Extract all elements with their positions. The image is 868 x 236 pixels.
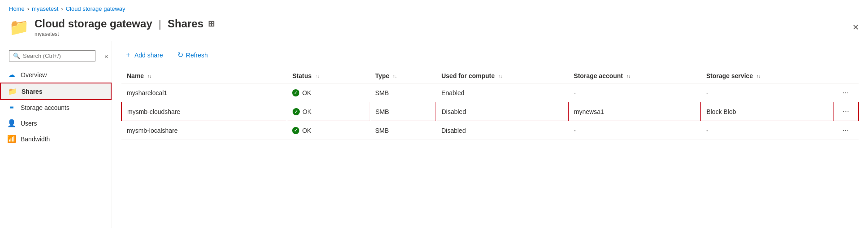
resource-name: Cloud storage gateway [35, 17, 152, 30]
sort-icon-account: ↑↓ [626, 74, 630, 79]
sidebar-label-storage-accounts: Storage accounts [21, 104, 69, 111]
cell-service: Block Blob [701, 102, 833, 121]
cell-compute: Disabled [436, 102, 568, 121]
section-name: Shares [168, 17, 203, 30]
refresh-icon: ↻ [177, 51, 183, 59]
sort-icon-type: ↑↓ [393, 74, 397, 79]
main-content: ＋ Add share ↻ Refresh Name ↑↓ Status ↑↓ [112, 41, 868, 228]
cell-account: mynewsa1 [568, 102, 701, 121]
col-header-service[interactable]: Storage service ↑↓ [701, 69, 833, 83]
sort-icon-status: ↑↓ [315, 74, 319, 79]
more-options-button[interactable]: ··· [838, 86, 852, 99]
table-header-row: Name ↑↓ Status ↑↓ Type ↑↓ Used for compu… [121, 69, 859, 83]
sidebar-label-overview: Overview [21, 71, 47, 79]
cell-actions[interactable]: ··· [833, 121, 859, 140]
sort-icon-compute: ↑↓ [498, 74, 502, 79]
toolbar: ＋ Add share ↻ Refresh [121, 48, 859, 61]
refresh-button[interactable]: ↻ Refresh [174, 49, 212, 61]
add-icon: ＋ [125, 50, 132, 60]
page-title: Cloud storage gateway | Shares ⊞ [35, 17, 847, 30]
sidebar-item-bandwidth[interactable]: 📶Bandwidth [0, 131, 112, 147]
status-text: OK [302, 127, 311, 134]
sidebar-item-users[interactable]: 👤Users [0, 115, 112, 131]
sidebar-label-bandwidth: Bandwidth [21, 135, 50, 143]
cell-actions[interactable]: ··· [833, 102, 859, 121]
sort-icon-service: ↑↓ [756, 74, 760, 79]
breadcrumb-home[interactable]: Home [9, 5, 25, 12]
more-options-button[interactable]: ··· [839, 105, 853, 118]
cell-account: - [568, 83, 701, 102]
pin-button[interactable]: ⊞ [208, 19, 215, 29]
title-block: Cloud storage gateway | Shares ⊞ myasete… [35, 17, 847, 37]
status-ok-icon [292, 89, 299, 96]
sort-icon-name: ↑↓ [147, 74, 151, 79]
sidebar-label-shares: Shares [22, 88, 43, 95]
breadcrumb: Home › myasetest › Cloud storage gateway [0, 0, 868, 16]
page-header: 📁 Cloud storage gateway | Shares ⊞ myase… [0, 16, 868, 41]
cell-compute: Disabled [436, 121, 568, 140]
cell-name: mysmb-cloudshare [121, 102, 287, 121]
table-body: mysharelocal1OKSMBEnabled--···mysmb-clou… [121, 83, 859, 140]
close-button[interactable]: ✕ [852, 22, 859, 32]
refresh-label: Refresh [186, 52, 208, 59]
cell-status: OK [287, 102, 370, 121]
shares-table: Name ↑↓ Status ↑↓ Type ↑↓ Used for compu… [121, 69, 859, 140]
status-ok-icon [292, 127, 299, 134]
search-bar[interactable]: 🔍 [9, 50, 95, 61]
search-input[interactable] [23, 52, 91, 59]
resource-subtitle: myasetest [35, 31, 847, 37]
cell-account: - [568, 121, 701, 140]
wifi-icon: 📶 [7, 135, 16, 143]
col-header-account[interactable]: Storage account ↑↓ [568, 69, 701, 83]
add-share-label: Add share [134, 52, 163, 59]
cell-service: - [701, 83, 833, 102]
cloud-icon: ☁ [7, 70, 16, 79]
cell-type: SMB [370, 121, 436, 140]
folder-icon: 📁 [8, 87, 17, 96]
sidebar-item-shares[interactable]: 📁Shares [0, 83, 112, 100]
sidebar: 🔍 « ☁Overview📁Shares≡Storage accounts👤Us… [0, 41, 112, 228]
col-header-actions [833, 69, 859, 83]
table-row[interactable]: mysharelocal1OKSMBEnabled--··· [121, 83, 859, 102]
cell-service: - [701, 121, 833, 140]
col-header-status[interactable]: Status ↑↓ [287, 69, 370, 83]
col-header-name[interactable]: Name ↑↓ [121, 69, 287, 83]
cell-status: OK [287, 121, 370, 140]
storage-icon: ≡ [7, 104, 16, 112]
cell-type: SMB [370, 83, 436, 102]
status-ok-icon [293, 108, 300, 115]
status-text: OK [302, 108, 311, 115]
status-text: OK [302, 89, 311, 96]
collapse-button[interactable]: « [104, 52, 108, 60]
main-layout: 🔍 « ☁Overview📁Shares≡Storage accounts👤Us… [0, 41, 868, 228]
sidebar-item-overview[interactable]: ☁Overview [0, 67, 112, 83]
user-icon: 👤 [7, 119, 16, 127]
sidebar-item-storage-accounts[interactable]: ≡Storage accounts [0, 100, 112, 115]
sidebar-nav: ☁Overview📁Shares≡Storage accounts👤Users📶… [0, 67, 112, 147]
breadcrumb-current: Cloud storage gateway [66, 5, 125, 12]
resource-icon: 📁 [9, 18, 29, 37]
sidebar-label-users: Users [21, 120, 37, 127]
breadcrumb-myasetest[interactable]: myasetest [32, 5, 58, 12]
more-options-button[interactable]: ··· [838, 124, 852, 136]
add-share-button[interactable]: ＋ Add share [121, 48, 167, 61]
cell-compute: Enabled [436, 83, 568, 102]
cell-status: OK [287, 83, 370, 102]
col-header-type[interactable]: Type ↑↓ [370, 69, 436, 83]
cell-actions[interactable]: ··· [833, 83, 859, 102]
table-row[interactable]: mysmb-localshareOKSMBDisabled--··· [121, 121, 859, 140]
cell-type: SMB [370, 102, 436, 121]
cell-name: mysharelocal1 [121, 83, 287, 102]
cell-name: mysmb-localshare [121, 121, 287, 140]
table-row[interactable]: mysmb-cloudshareOKSMBDisabledmynewsa1Blo… [121, 102, 859, 121]
col-header-compute[interactable]: Used for compute ↑↓ [436, 69, 568, 83]
search-icon: 🔍 [13, 52, 20, 59]
